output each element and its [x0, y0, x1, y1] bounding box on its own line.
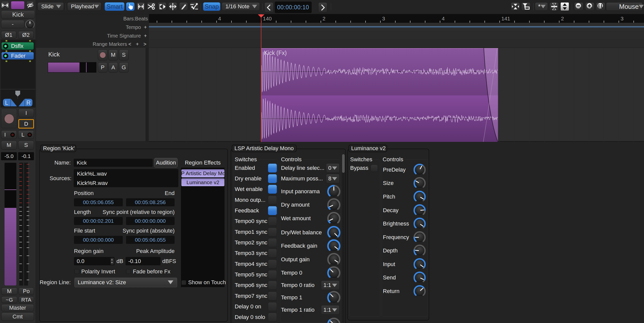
svg-text:141: 141	[501, 16, 510, 21]
svg-text:L: L	[5, 100, 8, 106]
svg-text:3: 3	[382, 16, 385, 21]
svg-text:2: 2	[561, 16, 564, 21]
svg-text:2: 2	[323, 16, 326, 21]
svg-text:4: 4	[442, 16, 445, 21]
svg-text:4: 4	[218, 16, 221, 21]
svg-text:R: R	[26, 100, 31, 106]
svg-text:3: 3	[621, 16, 624, 21]
